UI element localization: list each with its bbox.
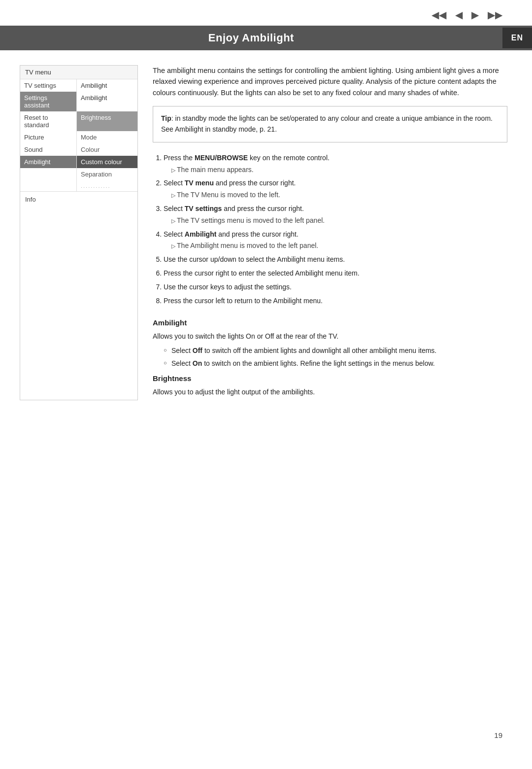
menu-row-sound[interactable]: Sound Colour	[20, 143, 137, 156]
menu-right-custom-colour: Custom colour	[77, 156, 137, 168]
section-ambilight-bullets: Select Off to switch off the ambient lig…	[153, 345, 507, 369]
page-number: 19	[494, 731, 502, 739]
menu-row-reset[interactable]: Reset to standard Brightness	[20, 111, 137, 131]
menu-row-picture[interactable]: Picture Mode	[20, 131, 137, 143]
menu-row-ambilight[interactable]: Ambilight Custom colour	[20, 156, 137, 168]
step-1: Press the MENU/BROWSE key on the remote …	[164, 152, 507, 176]
section-brightness-heading: Brightness	[153, 374, 507, 383]
page-title: Enjoy Ambilight	[0, 26, 502, 50]
menu-left-reset: Reset to standard	[20, 111, 77, 131]
content-panel: The ambilight menu contains the settings…	[153, 65, 507, 400]
menu-right-ambilight-1: Ambilight	[77, 79, 137, 92]
skip-forward-icon[interactable]: ▶▶	[488, 9, 502, 21]
step-3: Select TV settings and press the cursor …	[164, 203, 507, 227]
menu-panel: TV menu TV settings Ambilight Settings a…	[20, 65, 138, 400]
step-5: Use the cursor up/down to select the Amb…	[164, 254, 507, 266]
step-2-sub: The TV Menu is moved to the left.	[164, 189, 507, 201]
arrow-right-icon[interactable]: ▶	[471, 9, 479, 21]
tip-label: Tip	[161, 114, 171, 122]
menu-right-brightness: Brightness	[77, 111, 137, 131]
step-3-sub: The TV settings menu is moved to the lef…	[164, 215, 507, 227]
menu-row-separation[interactable]: Separation	[20, 168, 137, 180]
menu-left-ambilight: Ambilight	[20, 156, 77, 168]
menu-right-ambilight-active: Ambilight	[77, 92, 137, 111]
step-4-sub: The Ambilight menu is moved to the left …	[164, 240, 507, 252]
step-4: Select Ambilight and press the cursor ri…	[164, 229, 507, 252]
menu-left-settings-assistant: Settings assistant	[20, 92, 77, 111]
section-brightness-body: Allows you to adjust the light output of…	[153, 386, 507, 397]
steps-list: Press the MENU/BROWSE key on the remote …	[153, 152, 507, 307]
menu-info: Info	[20, 191, 137, 207]
skip-back-icon[interactable]: ◀◀	[432, 9, 446, 21]
main-content: TV menu TV settings Ambilight Settings a…	[0, 50, 532, 415]
instructions: Press the MENU/BROWSE key on the remote …	[153, 152, 507, 307]
bullet-ambilight-on: Select On to switch on the ambient light…	[164, 358, 507, 369]
tip-text: : in standby mode the lights can be set/…	[161, 114, 493, 133]
step-7: Use the cursor keys to adjust the settin…	[164, 281, 507, 293]
menu-left-sound: Sound	[20, 143, 77, 156]
header-bar: Enjoy Ambilight EN	[0, 26, 532, 50]
section-ambilight-heading: Ambilight	[153, 318, 507, 327]
menu-left-empty-1	[20, 168, 77, 180]
bullet-ambilight-off: Select Off to switch off the ambient lig…	[164, 345, 507, 356]
step-6: Press the cursor right to enter the sele…	[164, 268, 507, 280]
menu-left-picture: Picture	[20, 131, 77, 143]
menu-left-empty-2	[20, 180, 77, 191]
language-badge: EN	[502, 28, 532, 48]
menu-row-dots: ............	[20, 180, 137, 191]
top-navigation: ◀◀ ◀ ▶ ▶▶	[0, 0, 532, 26]
menu-row-settings-assistant[interactable]: Settings assistant Ambilight	[20, 92, 137, 111]
step-1-sub: The main menu appears.	[164, 164, 507, 176]
menu-right-mode: Mode	[77, 131, 137, 143]
menu-row-tv-settings[interactable]: TV settings Ambilight	[20, 79, 137, 92]
section-ambilight-body: Allows you to switch the lights On or Of…	[153, 331, 507, 342]
arrow-left-icon[interactable]: ◀	[455, 9, 463, 21]
step-8: Press the cursor left to return to the A…	[164, 295, 507, 307]
step-2: Select TV menu and press the cursor righ…	[164, 177, 507, 201]
menu-right-colour: Colour	[77, 143, 137, 156]
tip-box: Tip: in standby mode the lights can be s…	[153, 106, 507, 142]
menu-right-dots: ............	[77, 180, 137, 191]
menu-left-tv-settings: TV settings	[20, 79, 77, 92]
intro-text: The ambilight menu contains the settings…	[153, 65, 507, 98]
menu-right-separation: Separation	[77, 168, 137, 180]
menu-root-label: TV menu	[20, 66, 137, 79]
